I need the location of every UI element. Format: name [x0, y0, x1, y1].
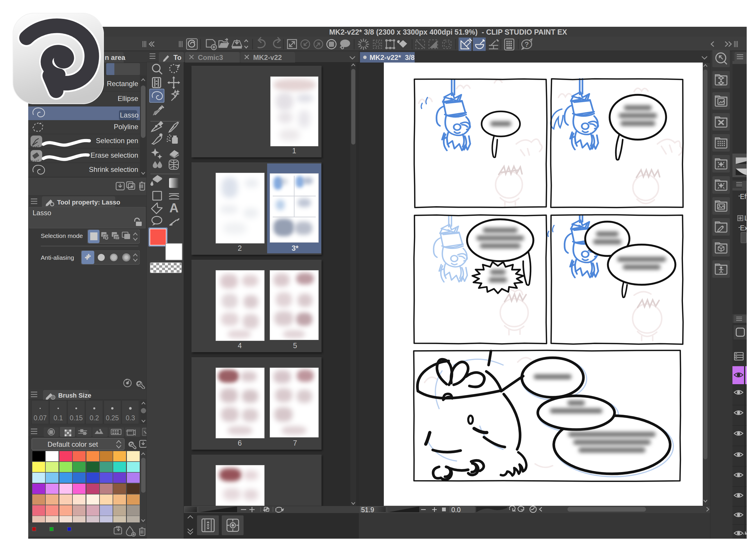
svg-text:A: A: [169, 201, 179, 215]
svg-text:?: ?: [525, 40, 529, 48]
